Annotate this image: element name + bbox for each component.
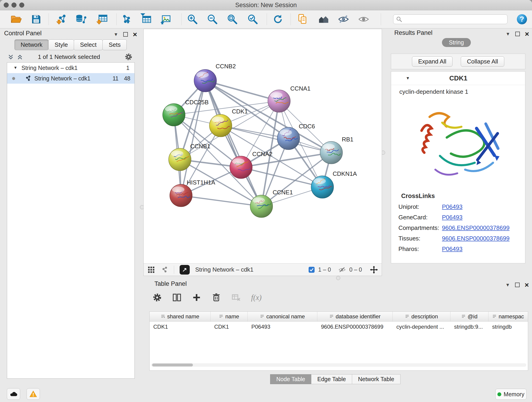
network-edge[interactable] — [205, 81, 279, 101]
network-view[interactable]: CCNB2CCNA1CDC25BCDK1CDC6RB1CCNB1CCNA2CDK… — [143, 29, 382, 276]
zoom-fit-button[interactable] — [225, 12, 239, 26]
export-table-button[interactable] — [139, 12, 153, 26]
tree-expand-icon[interactable]: ▼ — [13, 65, 17, 70]
uniprot-link[interactable]: P06493 — [442, 203, 462, 211]
genecard-link[interactable]: P06493 — [442, 214, 462, 221]
table-panel-maximize-icon[interactable] — [515, 283, 520, 287]
control-panel-float-icon[interactable]: ▼ — [114, 32, 118, 37]
entry-collapse-icon[interactable]: ▼ — [406, 76, 410, 81]
network-node-cdc25b[interactable]: CDC25B — [163, 99, 209, 126]
cell-id[interactable]: stringdb:9... — [450, 322, 488, 332]
open-in-window-button[interactable] — [180, 265, 190, 274]
control-panel-close-icon[interactable]: × — [133, 31, 137, 38]
network-share-icon[interactable] — [161, 266, 168, 274]
control-panel-maximize-icon[interactable] — [123, 32, 128, 37]
selected-checkbox-icon[interactable] — [308, 266, 315, 273]
tab-sets[interactable]: Sets — [102, 39, 127, 50]
cell-database-identifier[interactable]: 9606.ENSP00000378699 — [317, 322, 393, 332]
apply-layout-button[interactable] — [271, 12, 285, 26]
copy-button[interactable] — [296, 12, 310, 26]
open-session-button[interactable] — [9, 12, 23, 26]
warning-status-button[interactable] — [27, 388, 40, 400]
tab-select[interactable]: Select — [74, 39, 103, 50]
pan-crosshair-icon[interactable] — [370, 266, 378, 274]
column-header-database-identifier[interactable]: database identifier — [317, 312, 393, 321]
network-selection-status-row: 1 of 1 Network selected — [2, 52, 136, 62]
memory-button[interactable]: Memory — [495, 389, 526, 400]
export-network-button[interactable] — [119, 12, 133, 26]
results-panel-float-icon[interactable]: ▼ — [506, 32, 510, 36]
cell-namespace[interactable]: stringdb — [488, 322, 528, 332]
zoom-out-button[interactable] — [206, 12, 219, 26]
tab-style[interactable]: Style — [48, 39, 74, 50]
column-header-description[interactable]: description — [393, 312, 450, 321]
pharos-link[interactable]: P06493 — [442, 245, 462, 253]
zoom-in-button[interactable] — [186, 12, 199, 26]
string-tab[interactable]: String — [382, 38, 531, 47]
cell-shared-name[interactable]: CDK1 — [150, 322, 210, 332]
network-node-ccna1[interactable]: CCNA1 — [268, 85, 310, 112]
crosslink-row: Compartments: 9606.ENSP00000378699 — [391, 223, 525, 233]
column-header-namespace[interactable]: namespac — [488, 312, 528, 321]
tab-network-table[interactable]: Network Table — [352, 374, 400, 384]
network-node-ccnb1[interactable]: CCNB1 — [169, 143, 210, 171]
import-network-from-file-button[interactable] — [55, 12, 69, 26]
network-node-ccne1[interactable]: CCNE1 — [250, 189, 293, 217]
collapse-all-button[interactable]: Collapse All — [461, 56, 504, 67]
tissues-link[interactable]: 9606.ENSP00000378699 — [442, 235, 510, 242]
add-column-icon[interactable] — [192, 293, 201, 302]
table-panel-float-icon[interactable]: ▼ — [505, 283, 510, 287]
table-horizontal-scrollbar[interactable] — [151, 363, 526, 367]
network-node-hist1h1a[interactable]: HIST1H1A — [170, 179, 215, 207]
gear-icon[interactable] — [125, 53, 133, 61]
external-arrow-icon — [182, 267, 187, 273]
table-gear-icon[interactable] — [152, 293, 162, 302]
hidden-eye-icon[interactable] — [338, 266, 346, 273]
column-header-canonical-name[interactable]: canonical name — [248, 312, 317, 321]
column-header-shared-name[interactable]: shared name — [150, 312, 210, 321]
search-field[interactable] — [393, 14, 507, 24]
network-node-rb1[interactable]: RB1 — [320, 136, 354, 164]
network-node-cdkn1a[interactable]: CDKN1A — [311, 170, 357, 198]
network-collection-row[interactable]: ▼ String Network – cdk1 1 — [7, 63, 134, 73]
neighborhood-button[interactable] — [317, 12, 330, 26]
network-edge[interactable] — [181, 196, 261, 206]
import-network-from-database-button[interactable] — [75, 12, 88, 26]
results-panel-maximize-icon[interactable] — [515, 32, 520, 36]
function-builder-button[interactable]: f(x) — [251, 293, 262, 302]
network-canvas[interactable]: CCNB2CCNA1CDC25BCDK1CDC6RB1CCNB1CCNA2CDK… — [144, 29, 382, 263]
column-header-name[interactable]: name — [210, 312, 248, 321]
table-panel-close-icon[interactable]: × — [525, 281, 529, 288]
column-sort-icon — [405, 314, 409, 319]
birds-eye-grid-icon[interactable] — [147, 266, 155, 274]
save-session-button[interactable] — [29, 12, 43, 26]
cell-name[interactable]: CDK1 — [210, 322, 248, 332]
tab-edge-table[interactable]: Edge Table — [311, 374, 352, 384]
tab-node-table[interactable]: Node Table — [270, 374, 311, 384]
search-input[interactable] — [404, 16, 505, 23]
results-panel-close-icon[interactable]: × — [525, 30, 529, 38]
column-header-id[interactable]: @id — [450, 312, 488, 321]
import-table-button[interactable] — [95, 12, 109, 26]
memory-status-dot — [497, 392, 501, 396]
delete-column-icon[interactable] — [212, 293, 221, 302]
expand-all-button[interactable]: Expand All — [412, 56, 452, 67]
hide-unhide-button[interactable] — [336, 12, 350, 26]
protein-entry-header[interactable]: ▼ CDK1 — [391, 71, 525, 85]
scrollbar-thumb[interactable] — [152, 364, 193, 366]
network-edge[interactable] — [181, 81, 205, 196]
tab-network[interactable]: Network — [14, 39, 49, 50]
network-row-selected[interactable]: String Network – cdk1 11 48 — [7, 73, 134, 84]
zoom-selected-button[interactable] — [246, 12, 260, 26]
show-all-button[interactable] — [357, 12, 370, 26]
export-image-button[interactable] — [159, 12, 173, 26]
table-header-row: shared name name canonical name database… — [150, 312, 528, 322]
network-node-cdk1[interactable]: CDK1 — [209, 108, 248, 137]
table-row[interactable]: CDK1 CDK1 P06493 9606.ENSP00000378699 cy… — [150, 322, 528, 332]
show-columns-icon[interactable] — [172, 293, 181, 302]
cell-description[interactable]: cyclin-dependent ... — [393, 322, 450, 332]
cloud-status-button[interactable] — [7, 388, 20, 400]
compartments-link[interactable]: 9606.ENSP00000378699 — [442, 224, 510, 231]
cell-canonical-name[interactable]: P06493 — [248, 322, 317, 332]
help-button[interactable]: ? — [515, 12, 529, 26]
